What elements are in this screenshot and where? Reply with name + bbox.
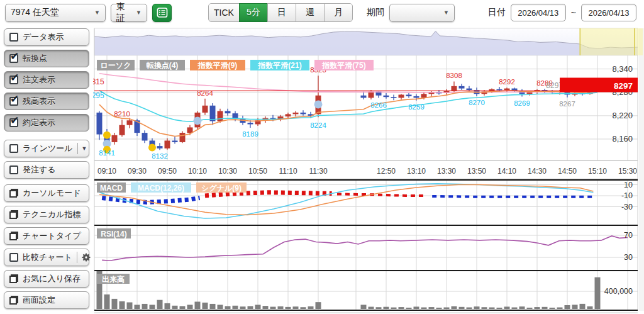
swing-label: 8266: [370, 101, 387, 109]
time-axis-label: 09:10: [97, 167, 116, 176]
sidebar-item-cursor-mode[interactable]: カーソルモード: [4, 184, 89, 202]
date-range-group: 日付 ~: [488, 4, 639, 21]
time-axis: 09:1009:3009:5010:1010:3010:5011:1011:30…: [97, 167, 637, 176]
volume-bar: [203, 303, 208, 309]
time-axis-label: 09:30: [128, 167, 147, 176]
symbol-list-button[interactable]: [152, 4, 172, 22]
svg-text:-10: -10: [621, 191, 633, 200]
volume-bar: [270, 307, 276, 310]
volume-bar: [489, 307, 495, 309]
sidebar-item-label: 残高表示: [23, 96, 55, 107]
volume-bar: [587, 306, 593, 309]
sidebar-item-compare-chart[interactable]: 比較チャート: [4, 249, 89, 266]
sidebar-item-technical-indicator[interactable]: テクニカル指標: [4, 206, 89, 223]
gear-icon[interactable]: [77, 252, 91, 263]
time-axis-label: 10:30: [218, 167, 237, 176]
sidebar-item-label: 比較チャート: [23, 252, 72, 263]
swing-label: 8308: [446, 72, 462, 79]
volume-bar: [580, 304, 586, 309]
execution-marker: [103, 132, 111, 139]
top-toolbar: 7974 任天堂 ▼ 東証 ▼ TICK5分日週月 期間 ▼: [0, 0, 644, 25]
swing-label: 8270: [469, 99, 485, 106]
volume-bar: [180, 306, 186, 309]
sidebar-item-execution-display[interactable]: ✔約定表示: [4, 114, 89, 132]
volume-bar: [572, 305, 578, 309]
volume-bar: [550, 308, 555, 309]
volume-bar: [459, 307, 465, 309]
ema-line: [99, 74, 597, 93]
svg-text:転換点(4): 転換点(4): [146, 61, 179, 70]
chevron-down-icon[interactable]: ▼: [82, 145, 87, 152]
checkbox-icon: ✔: [9, 118, 18, 127]
sidebar-item-turning-point[interactable]: ✔転換点: [4, 50, 89, 67]
volume-bar: [187, 305, 193, 309]
sidebar-item-label: ラインツール: [23, 143, 73, 154]
exchange-select[interactable]: 東証 ▼: [111, 4, 147, 22]
rsi-line: [102, 236, 628, 261]
volume-panel: 出来高400,000: [97, 271, 633, 309]
volume-bar: [482, 307, 487, 309]
volume-bar: [429, 307, 435, 309]
volume-axis-label: 400,000: [604, 287, 633, 296]
chart-canvas[interactable]: 8141821081328264818983238224826682598308…: [93, 25, 644, 314]
timeframe-button-週[interactable]: 週: [296, 3, 325, 22]
sidebar-item-screen-settings[interactable]: 画面設定: [4, 291, 89, 309]
volume-bar: [467, 307, 472, 309]
sidebar-item-place-order[interactable]: 発注する: [4, 161, 89, 179]
sidebar-item-balance-display[interactable]: ✔残高表示: [4, 93, 89, 110]
symbol-select[interactable]: 7974 任天堂 ▼: [5, 4, 106, 22]
volume-bar: [127, 303, 133, 310]
volume-bar: [142, 304, 148, 309]
time-axis-label: 14:30: [528, 167, 547, 176]
sidebar-item-label: データ表示: [23, 31, 64, 43]
sidebar-item-order-display[interactable]: ✔注文表示: [4, 71, 89, 89]
sidebar-item-label: カーソルモード: [23, 188, 81, 199]
execution-marker: [194, 116, 202, 125]
time-axis-label: 09:50: [158, 167, 177, 176]
volume-bar: [135, 305, 140, 309]
price-axis-label: 8,340: [612, 64, 633, 74]
volume-bar: [172, 306, 178, 309]
swing-label: 8189: [242, 130, 258, 138]
timeframe-button-TICK[interactable]: TICK: [208, 3, 240, 22]
volume-bar: [595, 278, 601, 309]
window-cascade-icon: [9, 210, 18, 219]
volume-bar: [376, 307, 382, 309]
volume-bar: [384, 307, 389, 309]
timeframe-button-5分[interactable]: 5分: [239, 3, 268, 22]
svg-text:RSI(14): RSI(14): [101, 230, 126, 238]
sidebar-item-data-display[interactable]: データ表示: [4, 28, 89, 46]
swing-label: 8141: [99, 149, 115, 157]
swing-label: 8267: [559, 100, 575, 108]
volume-bar: [112, 299, 118, 309]
volume-bar: [399, 307, 404, 309]
volume-bar: [504, 306, 510, 309]
sidebar-item-label: 注文表示: [23, 74, 55, 86]
volume-bar: [278, 306, 284, 309]
sidebar-item-save-favorite[interactable]: お気に入り保存: [4, 270, 89, 288]
svg-text:MACD(12,26): MACD(12,26): [138, 184, 184, 193]
timeframe-button-日[interactable]: 日: [267, 3, 296, 22]
ema-line: [99, 91, 597, 136]
chevron-down-icon: ▼: [91, 9, 100, 16]
sidebar-item-line-tool[interactable]: ラインツール▼: [4, 140, 89, 157]
volume-bar: [444, 307, 450, 309]
volume-bar: [150, 305, 155, 309]
timeframe-group: TICK5分日週月: [208, 3, 353, 22]
sidebar-item-label: お気に入り保存: [23, 273, 80, 284]
left-sidebar: データ表示✔転換点✔注文表示✔残高表示✔約定表示ラインツール▼発注するカーソルモ…: [0, 25, 93, 314]
time-axis-label: 13:50: [467, 167, 486, 176]
svg-text:10: 10: [624, 181, 633, 189]
date-to-input[interactable]: [581, 4, 636, 21]
period-select[interactable]: ▼: [389, 4, 455, 22]
volume-bar: [210, 304, 216, 309]
volume-bar: [293, 306, 299, 309]
checkbox-icon: [9, 165, 18, 174]
volume-bar: [119, 301, 125, 309]
window-cascade-icon: [9, 232, 18, 240]
timeframe-button-月[interactable]: 月: [324, 3, 353, 22]
sidebar-item-label: 約定表示: [23, 117, 55, 128]
swing-label: 8264: [197, 89, 213, 97]
sidebar-item-chart-type[interactable]: チャートタイプ: [4, 227, 89, 245]
date-from-input[interactable]: [511, 4, 566, 21]
